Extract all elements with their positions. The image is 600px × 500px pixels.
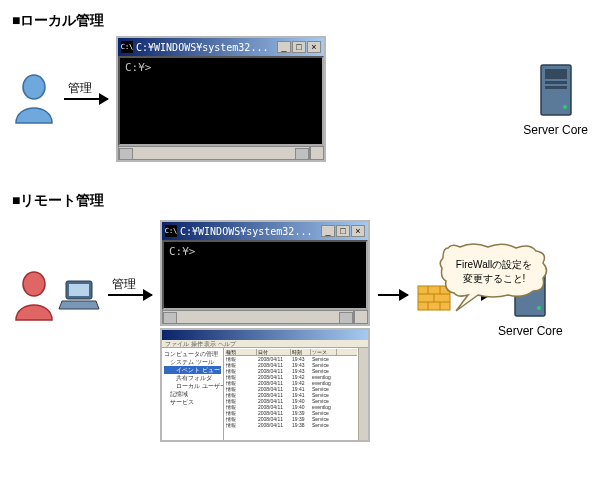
server-icon [535,61,577,119]
arrow-to-firewall [378,294,408,296]
bubble-text: FireWallの設定を 変更すること! [446,258,542,286]
list-item[interactable]: 情報2008/04/1119:38Service [225,422,357,428]
col-date[interactable]: 日付 [257,349,291,355]
tree-services[interactable]: サービス [164,398,221,406]
server-label: Server Core [498,324,563,338]
mmc-list-header[interactable]: 種類 日付 時刻 ソース [225,349,357,356]
speech-bubble: FireWallの設定を 変更すること! [438,243,550,317]
mmc-tree[interactable]: コンピュータの管理 システム ツール イベント ビューア 共有フォルダ ローカル… [162,348,224,440]
cmd-title: C:¥WINDOWS¥system32... [136,42,277,53]
resize-grip[interactable] [354,310,368,324]
minimize-button[interactable]: _ [321,225,335,237]
mmc-menubar[interactable]: ファイル 操作 表示 ヘルプ [162,340,368,348]
svg-rect-4 [545,86,567,89]
tree-event-viewer[interactable]: イベント ビューア [164,366,221,374]
minimize-button[interactable]: _ [277,41,291,53]
local-section-title: ■ローカル管理 [12,12,588,30]
cmd-body[interactable]: C:¥> [162,240,368,310]
cmd-scrollbar-h[interactable] [118,146,310,160]
user-icon-remote [12,270,56,322]
remote-section-title: ■リモート管理 [12,192,588,210]
resize-grip[interactable] [310,146,324,160]
arrow-label: 管理 [68,80,92,97]
tree-users[interactable]: ローカル ユーザー [164,382,221,390]
local-row: 管理 C:\ C:¥WINDOWS¥system32... _ □ × C:¥>… [12,36,588,162]
cmd-window-local: C:\ C:¥WINDOWS¥system32... _ □ × C:¥> [116,36,326,162]
col-source[interactable]: ソース [311,349,337,355]
cmd-sysmenu-icon[interactable]: C:\ [165,225,177,237]
cmd-title: C:¥WINDOWS¥system32... [180,226,321,237]
mmc-scrollbar-v[interactable] [358,348,368,440]
tree-root[interactable]: コンピュータの管理 [164,350,221,358]
cmd-sysmenu-icon[interactable]: C:\ [121,41,133,53]
bubble-line2: 変更すること! [463,273,526,284]
user-icon [12,73,56,125]
maximize-button[interactable]: □ [336,225,350,237]
arrow-label: 管理 [112,276,136,293]
cmd-scrollbar-h[interactable] [162,310,354,324]
bubble-line1: FireWallの設定を [456,259,532,270]
mmc-list[interactable]: 種類 日付 時刻 ソース 情報2008/04/1119:43Service情報2… [224,348,358,440]
manage-arrow-local: 管理 [64,98,108,100]
svg-rect-8 [69,284,89,296]
tree-shared[interactable]: 共有フォルダ [164,374,221,382]
laptop-icon [58,279,100,313]
maximize-button[interactable]: □ [292,41,306,53]
cmd-window-remote: C:\ C:¥WINDOWS¥system32... _ □ × C:¥> [160,220,370,326]
mmc-window: ファイル 操作 表示 ヘルプ コンピュータの管理 システム ツール イベント ビ… [160,328,370,442]
close-button[interactable]: × [351,225,365,237]
close-button[interactable]: × [307,41,321,53]
svg-point-5 [563,105,567,109]
cmd-body[interactable]: C:¥> [118,56,324,146]
svg-point-6 [23,272,45,296]
col-time[interactable]: 時刻 [291,349,311,355]
tree-storage[interactable]: 記憶域 [164,390,221,398]
tree-sys[interactable]: システム ツール [164,358,221,366]
cmd-titlebar[interactable]: C:\ C:¥WINDOWS¥system32... _ □ × [118,38,324,56]
svg-point-0 [23,75,45,99]
svg-rect-3 [545,81,567,84]
server-label: Server Core [523,123,588,137]
cmd-titlebar[interactable]: C:\ C:¥WINDOWS¥system32... _ □ × [162,222,368,240]
manage-arrow-remote: 管理 [108,294,152,296]
svg-rect-2 [545,69,567,79]
mmc-titlebar[interactable] [162,330,368,340]
col-type[interactable]: 種類 [225,349,257,355]
